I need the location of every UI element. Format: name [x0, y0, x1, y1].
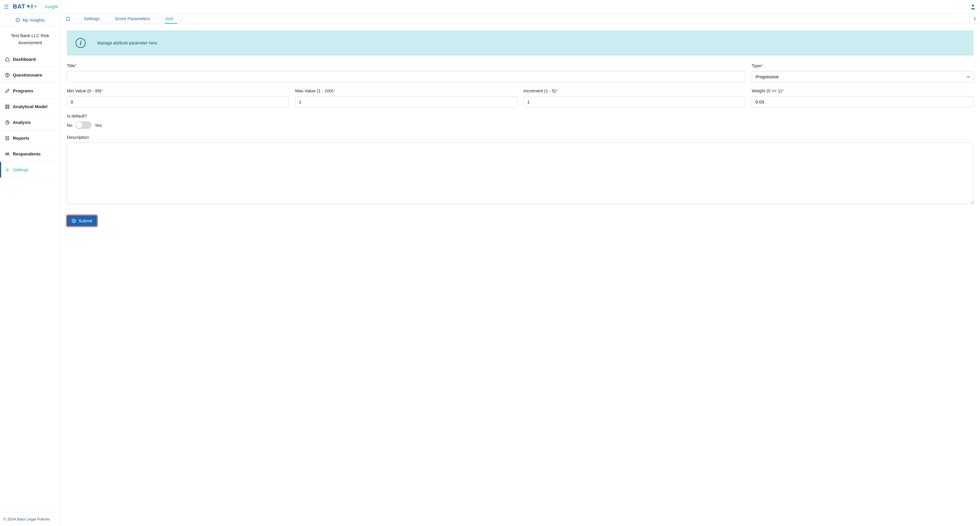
pie-icon — [5, 120, 10, 125]
required-mark: * — [556, 88, 557, 93]
min-value-input[interactable] — [67, 96, 289, 108]
sidebar-item-label: Programs — [13, 88, 33, 93]
increment-label: Increment (1 - 5)* — [523, 88, 746, 93]
breadcrumb-collapse-button[interactable] — [969, 13, 980, 24]
label-text: Type — [752, 63, 761, 68]
form: Title* Type* Progressive Min Value (0 - … — [67, 63, 974, 226]
svg-point-22 — [7, 169, 8, 170]
gear-icon — [5, 167, 10, 172]
submit-label: Submit — [78, 218, 92, 223]
sidebar-item-label: Analytical Model — [13, 104, 47, 109]
increment-input[interactable] — [523, 96, 746, 108]
home-icon — [66, 16, 70, 21]
svg-rect-10 — [8, 107, 9, 108]
my-insights-link[interactable]: My Insights — [0, 13, 60, 27]
svg-point-20 — [6, 153, 7, 154]
weight-input[interactable] — [752, 96, 974, 108]
svg-point-4 — [16, 18, 20, 22]
info-text: Manage attribute parameter here. — [97, 41, 158, 45]
logo-text-1: BAT — [13, 3, 25, 10]
users-icon — [5, 151, 10, 156]
sidebar-item-label: Questionnaire — [13, 72, 42, 77]
my-insights-label: My Insights — [22, 18, 45, 22]
app-header: BATI® Insight — [0, 0, 980, 13]
label-text: Title — [67, 63, 75, 68]
brand-link[interactable]: Batoi — [17, 517, 26, 521]
label-text: Max Value (1 - 100) — [295, 88, 334, 93]
logo-text-2: I — [31, 3, 33, 10]
policies-text: Legal Policies — [25, 517, 50, 521]
logo[interactable]: BATI® — [13, 3, 37, 10]
is-default-toggle[interactable] — [75, 121, 92, 129]
sidebar-item-respondents[interactable]: Respondents — [0, 146, 60, 162]
svg-point-3 — [972, 5, 974, 6]
description-textarea[interactable] — [67, 143, 974, 204]
header-left: BATI® Insight — [4, 3, 58, 10]
sidebar-item-analytical-model[interactable]: Analytical Model — [0, 99, 60, 115]
toggle-no-label: No — [67, 123, 72, 128]
title-label: Title* — [67, 63, 745, 68]
label-text: Increment (1 - 5) — [523, 88, 556, 93]
info-box: i Manage attribute parameter here. — [67, 30, 974, 56]
min-value-label: Min Value (0 - 99)* — [67, 88, 289, 93]
breadcrumb-label: Score Parameters — [115, 16, 150, 21]
breadcrumb-add[interactable]: Add — [156, 13, 180, 24]
svg-rect-8 — [8, 105, 9, 106]
sidebar-item-label: Reports — [13, 135, 30, 140]
main: Settings Score Parameters Add i Manage a… — [60, 13, 980, 526]
submit-button[interactable]: Submit — [67, 215, 97, 226]
sidebar-item-dashboard[interactable]: Dashboard — [0, 51, 60, 67]
breadcrumb-score-parameters[interactable]: Score Parameters — [106, 13, 156, 24]
breadcrumb-settings[interactable]: Settings — [75, 13, 106, 24]
sidebar-item-programs[interactable]: Programs — [0, 83, 60, 99]
label-text: Min Value (0 - 99) — [67, 88, 101, 93]
menu-icon[interactable] — [4, 5, 9, 9]
pen-icon — [5, 89, 10, 93]
sidebar-item-reports[interactable]: Reports — [0, 130, 60, 146]
required-mark: * — [333, 88, 335, 93]
sidebar-item-label: Dashboard — [13, 57, 36, 62]
max-value-input[interactable] — [295, 96, 517, 108]
sidebar-item-questionnaire[interactable]: Questionnaire — [0, 67, 60, 83]
logo-leaf-icon — [25, 4, 31, 10]
max-value-label: Max Value (1 - 100)* — [295, 88, 517, 93]
arrow-right-circle-icon — [72, 218, 76, 223]
breadcrumb-label: Settings — [84, 16, 100, 21]
sidebar-footer: © 2024 Batoi Legal Policies — [0, 512, 60, 526]
product-name[interactable]: Insight — [45, 4, 58, 9]
svg-point-23 — [72, 219, 76, 223]
sidebar-item-settings[interactable]: Settings — [0, 162, 60, 178]
copyright-text: © 2024 — [3, 517, 17, 521]
breadcrumb-home[interactable] — [60, 13, 75, 24]
breadcrumb-bar: Settings Score Parameters Add — [60, 13, 980, 24]
title-input[interactable] — [67, 71, 745, 83]
weight-label: Weight (0 <= 1)* — [752, 88, 974, 93]
sidebar-item-label: Respondents — [13, 151, 41, 156]
back-arrow-icon — [16, 18, 20, 22]
question-icon — [5, 73, 10, 77]
is-default-label: Is default? — [67, 113, 974, 118]
required-mark: * — [101, 88, 103, 93]
info-icon: i — [76, 38, 86, 48]
type-select[interactable]: Progressive — [752, 71, 974, 83]
sidebar: My Insights Test Bank LLC Risk Assessmen… — [0, 13, 60, 526]
breadcrumb-label: Add — [165, 16, 173, 21]
logo-registered: ® — [34, 5, 37, 8]
home-icon — [5, 57, 10, 62]
model-icon — [5, 104, 10, 109]
required-mark: * — [782, 88, 783, 93]
svg-point-21 — [8, 153, 9, 154]
toggle-knob — [76, 122, 82, 128]
chevron-left-icon — [974, 17, 977, 21]
description-label: Description — [67, 135, 974, 140]
sidebar-item-analysis[interactable]: Analysis — [0, 115, 60, 130]
sidebar-item-label: Analysis — [13, 120, 31, 125]
type-label: Type* — [752, 63, 974, 68]
svg-rect-9 — [6, 107, 7, 108]
label-text: Weight (0 <= 1) — [752, 88, 782, 93]
user-avatar-icon[interactable] — [970, 4, 976, 10]
required-mark: * — [761, 63, 763, 68]
divider — [41, 3, 41, 10]
report-icon — [5, 136, 10, 140]
svg-rect-7 — [6, 105, 7, 106]
